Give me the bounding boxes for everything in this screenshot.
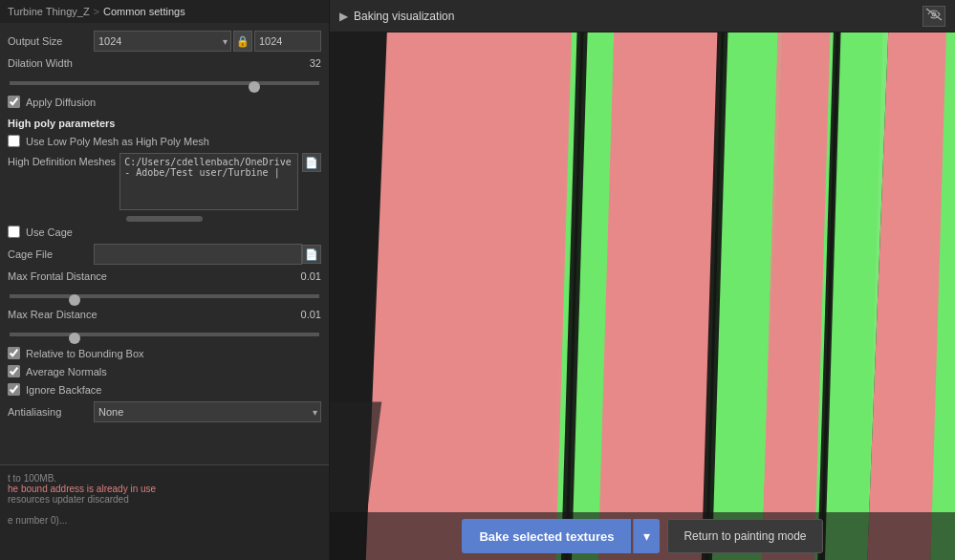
breadcrumb-current: Common settings [103,6,185,17]
ignore-backface-checkbox[interactable] [8,383,20,396]
output-size-display: 1024 [254,31,321,52]
high-def-meshes-browse-button[interactable]: 📄 [302,153,321,172]
antialiasing-label: Antialiasing [8,406,94,418]
log-line3: resources updater discarded [8,494,321,505]
svg-marker-12 [366,32,572,560]
ignore-backface-label[interactable]: Ignore Backface [26,384,102,396]
antialiasing-row: Antialiasing None 2x 4x ▾ [8,401,321,422]
baking-title: Baking visualization [354,10,922,23]
bottom-bar: Bake selected textures ▾ Return to paint… [330,512,955,560]
use-low-poly-checkbox[interactable] [8,135,20,147]
ignore-backface-row: Ignore Backface [8,383,321,396]
average-normals-label[interactable]: Average Normals [26,366,107,377]
high-def-meshes-row: High Definition Meshes C:/Users/cdellenb… [8,153,321,210]
baking-header: ▶ Baking visualization [330,0,955,32]
antialiasing-select[interactable]: None 2x 4x [94,401,321,422]
high-def-meshes-label: High Definition Meshes [8,153,116,167]
bake-dropdown-button[interactable]: ▾ [633,519,660,553]
apply-diffusion-checkbox[interactable] [8,96,20,108]
right-panel: ▶ Baking visualization ID [330,0,955,560]
use-cage-checkbox[interactable] [8,226,20,238]
dilation-width-label: Dilation Width [8,57,94,69]
relative-bb-label[interactable]: Relative to Bounding Box [26,348,144,359]
use-low-poly-row: Use Low Poly Mesh as High Poly Mesh [8,135,321,147]
max-frontal-row: Max Frontal Distance 0.01 [8,270,321,282]
breadcrumb: Turbine Thingy_Z > Common settings [0,0,329,23]
output-size-label: Output Size [8,35,94,47]
baking-visualization [330,32,955,560]
breadcrumb-root[interactable]: Turbine Thingy_Z [8,6,90,17]
average-normals-checkbox[interactable] [8,365,20,377]
max-frontal-value: 0.01 [293,270,321,282]
output-size-row: Output Size 1024 512 2048 4096 ▾ 🔒 1024 … [8,31,321,52]
left-panel: Turbine Thingy_Z > Common settings Outpu… [0,0,330,560]
scrollbar-indicator [126,216,203,222]
apply-diffusion-label[interactable]: Apply Diffusion [26,97,96,108]
canvas-area [330,32,955,560]
panel-content: Output Size 1024 512 2048 4096 ▾ 🔒 1024 … [0,23,329,464]
log-line4 [8,505,321,515]
log-line1: t to 100MB. [8,473,321,484]
max-rear-slider[interactable] [10,333,319,336]
antialiasing-select-wrapper: None 2x 4x ▾ [94,401,321,422]
dilation-width-value: 32 [293,57,321,69]
bottom-log: t to 100MB. he bound address is already … [0,464,329,560]
max-rear-label: Max Rear Distance [8,309,98,320]
max-rear-row: Max Rear Distance 0.01 [8,309,321,320]
svg-marker-13 [598,32,720,560]
average-normals-row: Average Normals [8,365,321,377]
breadcrumb-separator: > [94,6,99,17]
output-size-select[interactable]: 1024 512 2048 4096 [94,31,231,52]
max-rear-value: 0.01 [293,309,321,320]
lock-button[interactable]: 🔒 [233,31,252,52]
high-def-meshes-path[interactable]: C:/Users/cdellenbach/OneDrive - Adobe/Te… [119,153,298,210]
max-frontal-slider-container [8,288,321,301]
output-size-select-wrapper: 1024 512 2048 4096 ▾ [94,31,231,52]
use-cage-row: Use Cage [8,226,321,238]
eye-icon [925,8,943,24]
cage-file-label: Cage File [8,248,94,260]
cage-file-browse-button[interactable]: 📄 [302,245,321,264]
bake-dropdown-icon: ▾ [643,528,650,544]
bake-selected-button[interactable]: Bake selected textures [462,519,631,553]
relative-bb-checkbox[interactable] [8,347,20,359]
cage-file-input[interactable] [94,244,302,265]
return-to-painting-button[interactable]: Return to painting mode [667,519,822,553]
max-rear-slider-container [8,326,321,339]
dilation-width-row: Dilation Width 32 [8,57,321,69]
relative-bb-row: Relative to Bounding Box [8,347,321,359]
high-poly-section-title: High poly parameters [8,118,321,129]
max-frontal-label: Max Frontal Distance [8,270,107,282]
dilation-width-slider-container [8,75,321,88]
log-line5: e number 0)... [8,515,321,526]
apply-diffusion-row: Apply Diffusion [8,96,321,108]
eye-toggle-button[interactable] [922,6,945,27]
max-frontal-slider[interactable] [10,294,319,298]
use-cage-label[interactable]: Use Cage [26,226,73,238]
cage-file-row: Cage File 📄 [8,244,321,265]
dilation-width-slider[interactable] [10,81,319,85]
use-low-poly-label[interactable]: Use Low Poly Mesh as High Poly Mesh [26,136,209,147]
baking-expand-icon[interactable]: ▶ [339,10,348,23]
log-line2: he bound address is already in use [8,484,321,494]
